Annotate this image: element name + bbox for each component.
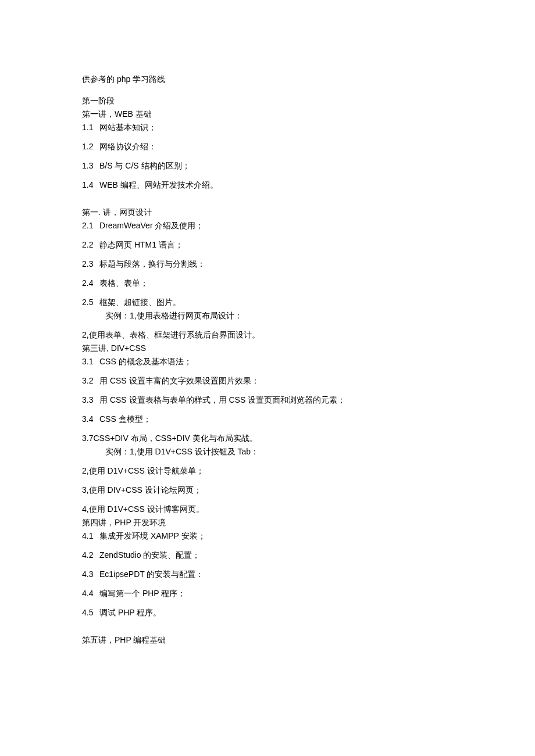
item-1-3: 1.3 B/S 与 C/S 结构的区别； [82,160,453,172]
item-4-3: 4.3 Ec1ipsePDT 的安装与配置： [82,568,453,581]
item-number: 4.1 [82,530,99,542]
item-4-1: 4.1 集成开发环境 XAMPP 安装； [82,530,453,542]
lecture-3-p2: 2,使用 D1V+CSS 设计导航菜单； [82,465,453,477]
lecture-3-p4: 4,使用 D1V+CSS 设计博客网页。 [82,503,453,515]
item-number: 1.2 [82,141,99,153]
item-2-5-example: 实例：1,使用表格进行网页布局设计： [105,310,453,322]
item-number: 4.4 [82,587,99,600]
item-text: CSS 的概念及基本语法； [99,356,453,368]
item-number: 2.2 [82,239,99,251]
item-2-4: 2.4 表格、表单； [82,277,453,289]
item-2-3: 2.3 标题与段落，换行与分割线： [82,258,453,270]
item-2-2: 2.2 静态网页 HTM1 语言； [82,239,453,251]
item-text: 静态网页 HTM1 语言； [99,239,453,251]
item-number: 4.2 [82,549,99,561]
item-3-7-example: 实例：1,使用 D1V+CSS 设计按钮及 Tab： [105,446,453,458]
lecture-3-p3: 3,使用 DIV+CSS 设计论坛网页； [82,484,453,496]
item-text: 框架、超链接、图片。 [99,296,453,309]
item-number: 3.4 [82,413,99,425]
item-4-2: 4.2 ZendStudio 的安装、配置； [82,549,453,561]
item-number: 4.3 [82,568,99,581]
item-text: 用 CSS 设置表格与表单的样式，用 CSS 设置页面和浏览器的元素； [99,394,453,406]
item-text: 集成开发环境 XAMPP 安装； [99,530,453,542]
lecture-4-header: 第四讲，PHP 开发环境 [82,517,453,529]
item-3-3: 3.3 用 CSS 设置表格与表单的样式，用 CSS 设置页面和浏览器的元素； [82,394,453,406]
item-3-1: 3.1 CSS 的概念及基本语法； [82,356,453,368]
item-4-4: 4.4 编写第一个 PHP 程序； [82,587,453,600]
item-text: 用 CSS 设置丰富的文字效果设置图片效果： [99,375,453,387]
item-1-1: 1.1 网站基本知识； [82,121,453,134]
item-4-5: 4.5 调试 PHP 程序。 [82,607,453,619]
item-number: 1.3 [82,160,99,172]
item-3-2: 3.2 用 CSS 设置丰富的文字效果设置图片效果： [82,375,453,387]
item-text: DreamWeaVer 介绍及使用； [99,220,453,232]
item-text: B/S 与 C/S 结构的区别； [99,160,453,172]
stage-label: 第一阶段 [82,95,453,107]
lecture-3-header: 第三讲, DIV+CSS [82,342,453,354]
item-number: 2.4 [82,277,99,289]
item-number: 1.4 [82,179,99,191]
item-text: 网站基本知识； [99,121,453,134]
lecture-2-header: 第一. 讲，网页设计 [82,206,453,218]
lecture-1-header: 第一讲，WEB 基础 [82,108,453,120]
item-text: WEB 编程、网站开发技术介绍。 [99,179,453,191]
item-text: 网络协议介绍： [99,141,453,153]
item-number: 3.3 [82,394,99,406]
item-text: 表格、表单； [99,277,453,289]
item-3-4: 3.4 CSS 盒模型； [82,413,453,425]
item-3-7: 3.7CSS+DIV 布局，CSS+DIV 美化与布局实战。 [82,432,453,445]
item-number: 2.1 [82,220,99,232]
item-1-2: 1.2 网络协议介绍： [82,141,453,153]
item-text: ZendStudio 的安装、配置； [99,549,453,561]
item-text: 编写第一个 PHP 程序； [99,587,453,600]
item-text: Ec1ipsePDT 的安装与配置： [99,568,453,581]
document-title: 供参考的 php 学习路线 [82,73,453,85]
lecture-5-header: 第五讲，PHP 编程基础 [82,634,453,646]
item-text: 调试 PHP 程序。 [99,607,453,619]
item-number: 1.1 [82,121,99,134]
item-2-5: 2.5 框架、超链接、图片。 [82,296,453,309]
item-number: 4.5 [82,607,99,619]
lecture-2-paragraph: 2,使用表单、表格、框架进行系统后台界面设计。 [82,329,453,341]
item-text: CSS 盒模型； [99,413,453,425]
item-number: 2.5 [82,296,99,309]
item-text: 标题与段落，换行与分割线： [99,258,453,270]
item-2-1: 2.1 DreamWeaVer 介绍及使用； [82,220,453,232]
item-number: 3.2 [82,375,99,387]
item-number: 2.3 [82,258,99,270]
item-1-4: 1.4 WEB 编程、网站开发技术介绍。 [82,179,453,191]
item-number: 3.1 [82,356,99,368]
